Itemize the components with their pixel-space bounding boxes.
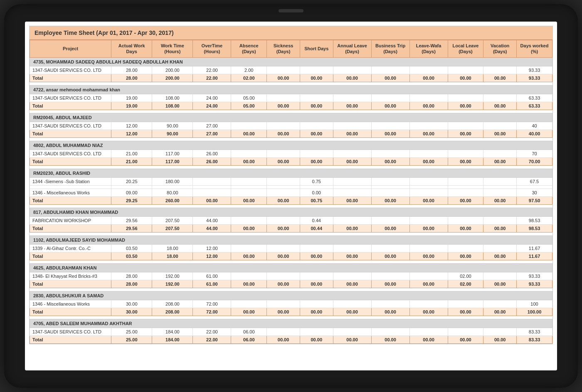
table-row: 1347-SAUDI SERVICES CO. LTD25.00184.0022… — [30, 328, 552, 336]
timesheet-table: Project Actual Work Days Work Time (Hour… — [30, 40, 552, 344]
table-row — [30, 185, 552, 189]
spacer-row — [30, 82, 552, 85]
content-area[interactable]: Employee Time Sheet (Apr 01, 2017 - Apr … — [25, 22, 557, 370]
col-header-absence: Absence (Days) — [231, 40, 267, 58]
group-header-row: 2830, ABDULSHUKUR A SAMAD — [30, 291, 552, 300]
table-row: FABRICATION WORKSHOP29.56207.5044.000.44… — [30, 216, 552, 224]
spacer-row — [30, 110, 552, 113]
spacer-row — [30, 165, 552, 169]
group-header-row: 1102, ABDULMAJEED SAYID MOHAMMAD — [30, 235, 552, 244]
col-header-leavewafa: Leave-Wafa (Days) — [409, 40, 448, 58]
table-body: 4735, MOHAMMAD SADEEQ ABDULLAH SADEEQ AB… — [30, 57, 552, 343]
col-header-vacation: Vacation (Days) — [483, 40, 517, 58]
group-header-row: 817, ABDULHAMID KHAN MOHAMMAD — [30, 208, 552, 216]
total-row: Total21.00117.0026.0000.0000.0000.0000.0… — [30, 157, 552, 165]
total-row: Total03.5018.0012.0000.0000.0000.0000.00… — [30, 252, 552, 260]
col-header-business: Business Trip (Days) — [371, 40, 409, 58]
screen: Employee Time Sheet (Apr 01, 2017 - Apr … — [25, 22, 557, 370]
total-row: Total28.00192.0061.0000.0000.0000.0000.0… — [30, 280, 552, 288]
spacer-row — [30, 260, 552, 263]
table-row: 1346 - Miscellaneous Works30.00208.0072.… — [30, 300, 552, 308]
total-row: Total30.00208.0072.0000.0000.0000.0000.0… — [30, 308, 552, 316]
group-header-row: 4802, ABDUL MUHAMMAD NIAZ — [30, 141, 552, 149]
col-header-project: Project — [30, 40, 111, 58]
spacer-row — [30, 232, 552, 235]
table-row: 1347-SAUDI SERVICES CO. LTD28.00200.0022… — [30, 66, 552, 74]
table-row: 1347-SAUDI SERVICES CO. LTD19.00108.0024… — [30, 94, 552, 102]
spacer-row — [30, 204, 552, 208]
col-header-localleave: Local Leave (Days) — [448, 40, 483, 58]
group-header-row: 4735, MOHAMMAD SADEEQ ABDULLAH SADEEQ AB… — [30, 57, 552, 66]
group-header-row: 4625, ABDULRAHMAN KHAN — [30, 263, 552, 272]
total-row: Total25.00184.0022.0006.0000.0000.0000.0… — [30, 336, 552, 343]
table-row: 1348- El Khayyat Red Bricks-#328.00192.0… — [30, 272, 552, 280]
group-header-row: RM20045, ABDUL MAJEED — [30, 113, 552, 122]
col-header-overtime: OverTime (Hours) — [193, 40, 231, 58]
col-header-actual: Actual Work Days — [111, 40, 152, 58]
table-header-row: Project Actual Work Days Work Time (Hour… — [30, 40, 552, 58]
table-row: 1344 -Siemens -Sub Station20.25180.000.7… — [30, 177, 552, 185]
report-container: Employee Time Sheet (Apr 01, 2017 - Apr … — [29, 26, 553, 344]
table-row: 1339 - Al-Gihaz Contr. Co.-C03.5018.0012… — [30, 244, 552, 252]
group-header-row: RM20230, ABDUL RASHID — [30, 169, 552, 177]
total-row: Total29.56207.5044.0000.0000.0000.4400.0… — [30, 224, 552, 232]
total-row: Total12.0090.0027.0000.0000.0000.0000.00… — [30, 130, 552, 137]
col-header-daysworked: Days worked (%) — [517, 40, 552, 58]
col-header-sickness: Sickness (Days) — [267, 40, 300, 58]
spacer-row — [30, 316, 552, 319]
total-row: Total19.00108.0024.0005.0000.0000.0000.0… — [30, 102, 552, 110]
table-row: 1347-SAUDI SERVICES CO. LTD12.0090.0027.… — [30, 122, 552, 130]
tablet-frame: Employee Time Sheet (Apr 01, 2017 - Apr … — [4, 4, 578, 388]
spacer-row — [30, 137, 552, 141]
table-row: 1347-SAUDI SERVICES CO. LTD21.00117.0026… — [30, 149, 552, 157]
group-header-row: 4722, ansar mehmood mohammad khan — [30, 85, 552, 94]
group-header-row: 4705, ABED SALEEM MUHAMMAD AKHTHAR — [30, 319, 552, 328]
col-header-shortdays: Short Days — [300, 40, 333, 58]
table-row: 1346 - Miscellaneous Works09.0080.000.00… — [30, 189, 552, 196]
col-header-worktime: Work Time (Hours) — [152, 40, 193, 58]
report-title: Employee Time Sheet (Apr 01, 2017 - Apr … — [30, 26, 552, 40]
total-row: Total28.00200.0022.0002.0000.0000.0000.0… — [30, 74, 552, 82]
total-row: Total29.25260.0000.0000.0000.0000.7500.0… — [30, 196, 552, 204]
spacer-row — [30, 288, 552, 291]
col-header-annual: Annual Leave (Days) — [333, 40, 371, 58]
